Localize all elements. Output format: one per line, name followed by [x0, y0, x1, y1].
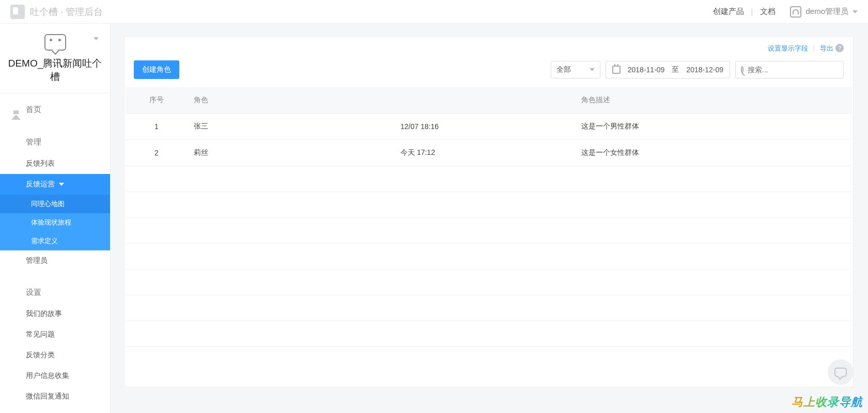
date-to-label: 至: [672, 65, 679, 74]
header-right: 创建产品 | 文档 demo管理员: [713, 6, 858, 18]
filter-select[interactable]: 全部: [551, 61, 600, 78]
chat-bubble-button[interactable]: [828, 359, 854, 385]
help-icon[interactable]: ?: [835, 44, 844, 52]
table-header-row: 序号 角色 角色描述: [126, 87, 852, 114]
brand: 吐个槽 · 管理后台: [10, 5, 103, 19]
home-icon: [11, 106, 21, 120]
nav-admin[interactable]: 管理员: [0, 250, 110, 271]
table-row[interactable]: 1 张三 12/07 18:16 这是一个男性群体: [126, 114, 852, 140]
nav-feedback-list[interactable]: 反馈列表: [0, 153, 110, 174]
table-row-empty: [126, 244, 852, 269]
col-desc: 角色描述: [575, 87, 852, 114]
cell-role: 张三: [188, 114, 394, 140]
filter-select-value: 全部: [556, 65, 571, 74]
search-icon: [741, 66, 743, 73]
cell-time: 今天 17:12: [394, 140, 575, 166]
table-row[interactable]: 2 莉丝 今天 17:12 这是一个女性群体: [126, 140, 852, 166]
nav-manage[interactable]: 管理: [0, 131, 110, 153]
nav-settings[interactable]: 设置: [0, 281, 110, 304]
caret-down-icon: [59, 183, 64, 186]
brand-title: 吐个槽 · 管理后台: [30, 6, 103, 18]
col-time-spacer: [394, 87, 575, 114]
user-menu[interactable]: demo管理员: [790, 6, 858, 18]
table-row-empty: [126, 192, 852, 218]
project-icon: [44, 34, 66, 51]
chevron-down-icon: [590, 68, 595, 71]
top-header: 吐个槽 · 管理后台 创建产品 | 文档 demo管理员: [0, 0, 868, 24]
nav-empathy-map[interactable]: 同理心地图: [0, 195, 110, 213]
link-set-display-fields[interactable]: 设置显示字段: [768, 44, 808, 53]
nav-our-story[interactable]: 我们的故事: [0, 304, 110, 324]
col-role: 角色: [188, 87, 394, 114]
cell-index: 2: [126, 140, 188, 166]
search-box[interactable]: [735, 61, 844, 78]
table-row-empty: [126, 269, 852, 295]
brand-logo-icon: [10, 5, 25, 19]
nav-home-label: 首页: [26, 105, 41, 115]
divider: |: [813, 44, 815, 53]
table-row-empty: [126, 218, 852, 244]
cell-index: 1: [126, 114, 188, 140]
table-row-empty: [126, 321, 852, 347]
nav-manage-label: 管理: [26, 137, 41, 147]
chevron-down-icon: [94, 37, 99, 40]
content-card: 设置显示字段 | 导出 ? 创建角色 全部 2018-11-09 至 2018-…: [124, 36, 854, 387]
cell-desc: 这是一个女性群体: [575, 140, 852, 166]
nav-experience-journey[interactable]: 体验现状旅程: [0, 213, 110, 232]
watermark: 马上收录导航: [792, 394, 863, 410]
table-row-empty: [126, 295, 852, 321]
nav-settings-label: 设置: [26, 288, 41, 297]
nav-feedback-ops[interactable]: 反馈运营: [0, 174, 110, 195]
link-create-product[interactable]: 创建产品: [713, 7, 744, 17]
user-icon: [790, 6, 801, 18]
nav-faq[interactable]: 常见问题: [0, 324, 110, 345]
main-content: 设置显示字段 | 导出 ? 创建角色 全部 2018-11-09 至 2018-…: [111, 24, 868, 413]
calendar-icon: [612, 66, 621, 74]
card-top-actions: 设置显示字段 | 导出 ?: [125, 37, 853, 56]
date-to: 2018-12-09: [686, 66, 723, 74]
nav-feedback-ops-label: 反馈运营: [26, 180, 55, 189]
nav-feedback-category[interactable]: 反馈分类: [0, 345, 110, 366]
divider: |: [751, 7, 753, 16]
toolbar: 创建角色 全部 2018-11-09 至 2018-12-09: [125, 56, 853, 87]
chevron-down-icon: [853, 10, 858, 13]
create-role-button[interactable]: 创建角色: [134, 60, 179, 79]
cell-desc: 这是一个男性群体: [575, 114, 852, 140]
cell-time: 12/07 18:16: [394, 114, 575, 140]
link-export[interactable]: 导出: [820, 44, 833, 53]
chat-icon: [834, 368, 847, 377]
nav-user-info-collect[interactable]: 用户信息收集: [0, 366, 110, 386]
project-switcher[interactable]: DEMO_腾讯新闻吐个槽: [0, 24, 110, 93]
cell-role: 莉丝: [188, 140, 394, 166]
sidebar: DEMO_腾讯新闻吐个槽 首页 管理 反馈列表 反馈运营 同理心地图 体验现状旅…: [0, 24, 111, 413]
nav-wechat-reply-notify[interactable]: 微信回复通知: [0, 386, 110, 407]
link-docs[interactable]: 文档: [760, 7, 776, 17]
roles-table: 序号 角色 角色描述 1 张三 12/07 18:16 这是一个男性群体 2: [126, 87, 852, 347]
username-label: demo管理员: [805, 7, 848, 17]
col-index: 序号: [126, 87, 188, 114]
date-from: 2018-11-09: [628, 66, 665, 74]
project-name: DEMO_腾讯新闻吐个槽: [0, 57, 110, 84]
nav-requirement-def[interactable]: 需求定义: [0, 232, 110, 250]
nav-home[interactable]: 首页: [0, 99, 110, 121]
table-row-empty: [126, 166, 852, 192]
search-input[interactable]: [748, 66, 838, 74]
date-range-picker[interactable]: 2018-11-09 至 2018-12-09: [606, 61, 730, 78]
